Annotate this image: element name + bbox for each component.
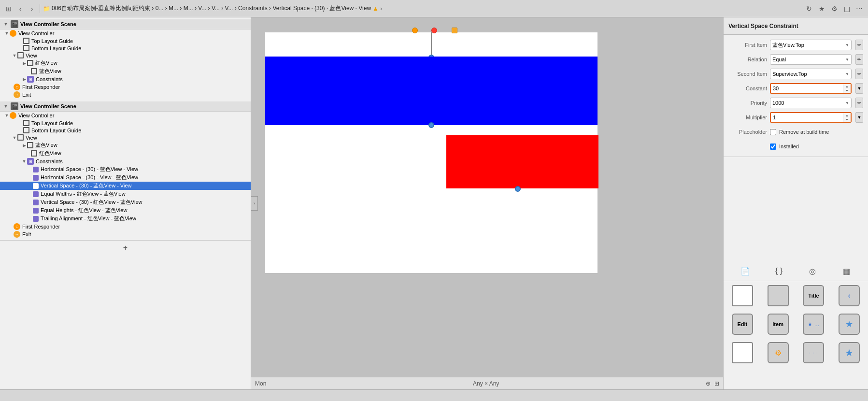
ex2-label: Exit xyxy=(22,231,31,237)
tree-item-c2v2[interactable]: Vertical Space - (30) - 红色View - 蓝色View xyxy=(0,198,251,206)
obj-item-gear[interactable]: ⚙ xyxy=(761,340,795,367)
multiplier-stepper: ▲ ▼ xyxy=(843,113,851,122)
second-item-label: Second Item xyxy=(728,71,767,77)
multiplier-stepper-down[interactable]: ▼ xyxy=(843,117,851,122)
vc1-arrow[interactable] xyxy=(4,31,10,36)
relation-select[interactable]: Equal xyxy=(770,54,852,65)
constant-stepper-up[interactable]: ▲ xyxy=(843,84,851,88)
rv1-arrow[interactable] xyxy=(21,61,27,66)
multiplier-stepper-up[interactable]: ▲ xyxy=(843,113,851,117)
multiplier-dropdown-btn[interactable]: ▼ xyxy=(855,112,863,123)
obj-item-star[interactable]: ★ xyxy=(832,312,866,338)
circle-icon-btn[interactable]: ◎ xyxy=(805,264,820,278)
brace-icon-btn[interactable]: { } xyxy=(771,264,787,278)
vc2-arrow[interactable] xyxy=(4,113,10,118)
xcode-bookmark-icon[interactable]: ★ xyxy=(817,4,826,14)
tree-item-vc1[interactable]: View Controller xyxy=(0,29,251,37)
constant-stepper-down[interactable]: ▼ xyxy=(843,88,851,93)
tree-item-c1[interactable]: ⊞ Constraints xyxy=(0,75,251,83)
obj-item-title[interactable]: Title xyxy=(797,283,831,310)
section1-arrow[interactable] xyxy=(3,22,9,27)
blue-view[interactable] xyxy=(265,57,598,125)
c2-arrow[interactable] xyxy=(21,159,27,164)
item-btn-icon: Item xyxy=(768,314,789,335)
relation-edit-btn[interactable]: ✏ xyxy=(855,54,863,65)
obj-item-white-sq[interactable] xyxy=(726,283,759,310)
page-icon-btn[interactable]: 📄 xyxy=(738,264,753,278)
priority-edit-btn[interactable]: ✏ xyxy=(855,98,863,108)
obj-item-nav[interactable]: ‹ xyxy=(832,283,866,310)
tree-item-c2eh[interactable]: Equal Heights - 红色View - 蓝色View xyxy=(0,206,251,215)
tree-item-vc2[interactable]: View Controller xyxy=(0,112,251,119)
v1-arrow[interactable] xyxy=(12,53,17,58)
xcode-panel-icon[interactable]: ◫ xyxy=(842,4,852,14)
obj-item-item[interactable]: Item xyxy=(761,312,795,338)
multiplier-input[interactable] xyxy=(773,115,841,120)
tree-item-tl1[interactable]: Top Layout Guide xyxy=(0,37,251,44)
tree-item-bl1[interactable]: Bottom Layout Guide xyxy=(0,44,251,52)
constant-dropdown-btn[interactable]: ▼ xyxy=(855,83,863,94)
c2ta-icon xyxy=(33,216,39,222)
v2-arrow[interactable] xyxy=(12,135,17,140)
priority-select[interactable]: 1000 xyxy=(770,98,852,108)
xcode-more-icon[interactable]: ⋯ xyxy=(854,4,864,14)
tree-item-rv2[interactable]: 红色View xyxy=(0,149,251,158)
vc1-icon xyxy=(10,30,16,37)
c1-arrow[interactable] xyxy=(21,77,27,82)
canvas-zoom-icon[interactable]: ⊕ xyxy=(706,380,711,387)
placeholder-checkbox[interactable] xyxy=(770,129,776,135)
tree-item-ex2[interactable]: → Exit xyxy=(0,230,251,238)
tree-item-tl2[interactable]: Top Layout Guide xyxy=(0,119,251,127)
tree-item-c2h2[interactable]: Horizontal Space - (30) - View - 蓝色View xyxy=(0,173,251,182)
constant-input-box: ▲ ▼ xyxy=(770,83,852,94)
left-collapse-btn[interactable]: › xyxy=(251,196,258,211)
section2-arrow[interactable] xyxy=(3,104,9,109)
priority-label: Priority xyxy=(728,100,767,106)
tree-item-fr2[interactable]: ⊙ First Responder xyxy=(0,223,251,230)
nav-tree: 🎬 View Controller Scene View Controller … xyxy=(0,17,251,389)
yellow-dot xyxy=(412,28,418,33)
obj-item-white-sq2[interactable] xyxy=(726,340,759,367)
obj-item-dark-sq[interactable] xyxy=(761,283,795,310)
bv2-arrow[interactable] xyxy=(21,143,27,148)
xcode-settings-icon[interactable]: ⚙ xyxy=(829,4,839,14)
back-button[interactable]: ‹ xyxy=(15,4,25,14)
ex1-label: Exit xyxy=(22,92,31,98)
status-bar xyxy=(0,389,868,401)
square-icon-btn[interactable]: ▦ xyxy=(839,264,854,278)
v1-label: View xyxy=(26,53,37,58)
add-constraint-btn[interactable]: + xyxy=(123,243,128,252)
breadcrumb-next-icon: › xyxy=(380,5,382,12)
first-item-select[interactable]: 蓝色View.Top xyxy=(770,40,852,50)
second-item-select[interactable]: Superview.Top xyxy=(770,69,852,79)
installed-checkbox[interactable] xyxy=(770,143,776,150)
second-item-edit-btn[interactable]: ✏ xyxy=(855,69,863,79)
tree-item-c2ta[interactable]: Trailing Alignment - 红色View - 蓝色View xyxy=(0,215,251,223)
xcode-refresh-icon[interactable]: ↻ xyxy=(804,4,814,14)
obj-item-star2[interactable]: ★ xyxy=(832,340,866,367)
placeholder-label: Placeholder xyxy=(728,129,767,135)
obj-item-star-dots[interactable]: ★ … xyxy=(797,312,831,338)
tree-item-ex1[interactable]: → Exit xyxy=(0,91,251,99)
tree-item-bv2[interactable]: 蓝色View xyxy=(0,141,251,149)
tree-item-c2h1[interactable]: Horizontal Space - (30) - 蓝色View - View xyxy=(0,165,251,173)
red-view[interactable] xyxy=(446,135,598,188)
forward-button[interactable]: › xyxy=(27,4,37,14)
first-item-edit-btn[interactable]: ✏ xyxy=(855,40,863,50)
tree-item-bv1[interactable]: 蓝色View xyxy=(0,67,251,75)
tree-item-c2v1[interactable]: Vertical Space - (30) - 蓝色View - View xyxy=(0,182,251,190)
constant-row: Constant ▲ ▼ ▼ xyxy=(728,83,863,94)
tree-item-c2[interactable]: ⊞ Constraints xyxy=(0,158,251,165)
obj-item-edit[interactable]: Edit xyxy=(726,312,759,338)
tree-item-bl2[interactable]: Bottom Layout Guide xyxy=(0,127,251,134)
obj-item-dots[interactable]: · · · xyxy=(797,340,831,367)
tree-item-v2[interactable]: View xyxy=(0,134,251,141)
tree-item-fr1[interactable]: ⊙ First Responder xyxy=(0,83,251,91)
tree-item-v1[interactable]: View xyxy=(0,52,251,59)
inspector-title: Vertical Space Constraint xyxy=(724,17,868,35)
tree-item-rv1[interactable]: 红色View xyxy=(0,59,251,67)
constant-input[interactable] xyxy=(773,86,841,91)
canvas-fit-icon[interactable]: ⊞ xyxy=(714,380,719,387)
tree-item-c2ew[interactable]: Equal Widths - 红色View - 蓝色View xyxy=(0,190,251,198)
sidebar-toggle-icon[interactable]: ⊞ xyxy=(4,4,14,14)
